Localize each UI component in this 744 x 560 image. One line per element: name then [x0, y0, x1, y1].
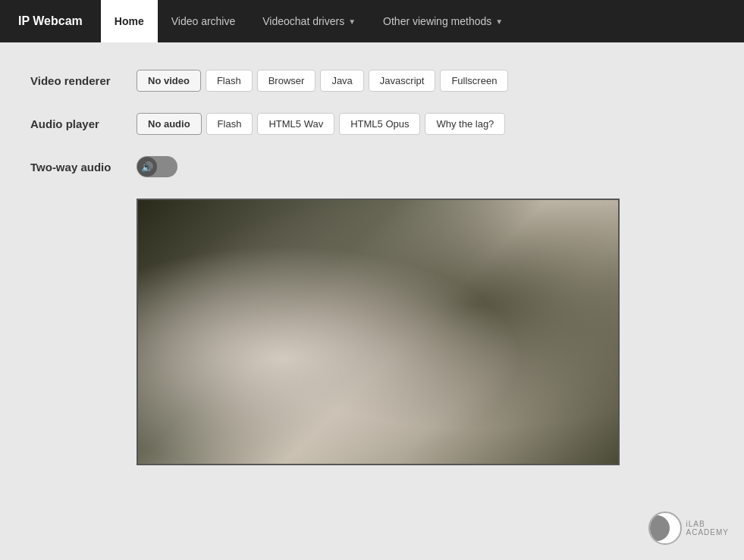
video-renderer-row: Video renderer No video Flash Browser Ja…: [30, 70, 714, 92]
navbar: IP Webcam Home Video archive Videochat d…: [0, 0, 744, 42]
btn-javascript[interactable]: Javascript: [369, 70, 436, 92]
two-way-audio-toggle-wrap: 🔊: [137, 156, 177, 177]
btn-flash-audio[interactable]: Flash: [206, 113, 253, 135]
ilab-logo: iLAB ACADEMY: [648, 512, 729, 545]
ilab-sub: ACADEMY: [686, 528, 729, 537]
nav-other-viewing-label: Other viewing methods: [383, 15, 491, 27]
nav-home-label: Home: [115, 15, 144, 27]
toggle-knob: 🔊: [137, 157, 157, 177]
nav-videochat-label: Videochat drivers: [262, 15, 344, 27]
speaker-icon: 🔊: [141, 161, 153, 173]
ilab-name: iLAB: [686, 520, 729, 528]
video-display-area: [137, 199, 620, 465]
btn-fullscreen[interactable]: Fullscreen: [440, 70, 508, 92]
btn-no-audio[interactable]: No audio: [137, 113, 202, 135]
video-renderer-label: Video renderer: [30, 74, 137, 87]
nav-item-other-viewing[interactable]: Other viewing methods ▼: [369, 0, 516, 42]
ilab-text: iLAB ACADEMY: [686, 520, 729, 537]
btn-html5-wav[interactable]: HTML5 Wav: [257, 113, 334, 135]
two-way-audio-toggle[interactable]: 🔊: [137, 156, 177, 177]
nav-brand: IP Webcam: [0, 0, 101, 42]
nav-item-video-archive[interactable]: Video archive: [158, 0, 250, 42]
chevron-down-icon: ▼: [348, 17, 356, 26]
nav-items: Home Video archive Videochat drivers ▼ O…: [101, 0, 516, 42]
video-canvas: [138, 200, 618, 464]
btn-java[interactable]: Java: [320, 70, 363, 92]
btn-browser[interactable]: Browser: [257, 70, 316, 92]
btn-flash-video[interactable]: Flash: [206, 70, 253, 92]
video-renderer-buttons: No video Flash Browser Java Javascript F…: [137, 70, 508, 92]
nav-video-archive-label: Video archive: [171, 15, 236, 27]
ilab-circle-icon: [648, 512, 682, 545]
btn-no-video[interactable]: No video: [137, 70, 201, 92]
btn-why-lag[interactable]: Why the lag?: [425, 113, 505, 135]
nav-item-videochat-drivers[interactable]: Videochat drivers ▼: [249, 0, 369, 42]
audio-player-row: Audio player No audio Flash HTML5 Wav HT…: [30, 113, 714, 135]
audio-player-buttons: No audio Flash HTML5 Wav HTML5 Opus Why …: [137, 113, 505, 135]
nav-item-home[interactable]: Home: [101, 0, 158, 42]
btn-html5-opus[interactable]: HTML5 Opus: [339, 113, 420, 135]
chevron-down-icon: ▼: [495, 17, 503, 26]
audio-player-label: Audio player: [30, 117, 137, 130]
two-way-audio-label: Two-way audio: [30, 161, 137, 174]
two-way-audio-row: Two-way audio 🔊: [30, 156, 714, 177]
main-content: Video renderer No video Flash Browser Ja…: [0, 42, 744, 488]
